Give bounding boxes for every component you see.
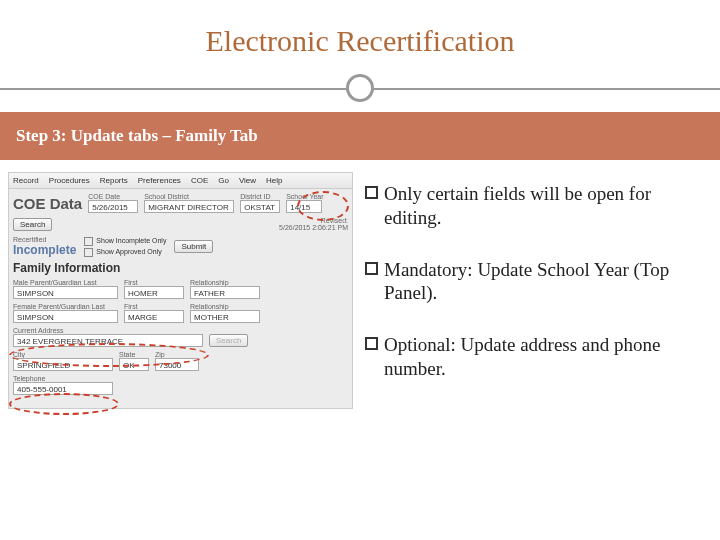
address-search-button: Search [209,334,248,347]
city-label: City [13,351,113,358]
family-info-title: Family Information [9,259,352,277]
revised-value: 5/26/2015 2:06:21 PM [279,224,348,231]
coe-data-label: COE Data [13,195,82,212]
male-rel-label: Relationship [190,279,260,286]
bullet-item: Optional: Update address and phone numbe… [365,333,708,381]
zip-field: 73000 [155,358,199,371]
coe-date-label: COE Date [88,193,138,200]
divider [0,74,720,104]
coe-header: COE Data COE Date 5/26/2015 School Distr… [9,189,352,215]
male-last-field: SIMPSON [13,286,118,299]
female-last-label: Female Parent/Guardian Last [13,303,118,310]
school-district-field: MIGRANT DIRECTOR [144,200,234,213]
male-first-field: HOMER [124,286,184,299]
square-bullet-icon [365,186,378,199]
menu-item: Help [266,176,282,185]
bullet-text: Only certain fields will be open for edi… [384,182,708,230]
menu-item: Reports [100,176,128,185]
bullet-list: Only certain fields will be open for edi… [361,172,712,409]
show-approved-checkbox: Show Approved Only [96,248,161,255]
show-incomplete-checkbox: Show Incomplete Only [96,237,166,244]
female-rel-field: MOTHER [190,310,260,323]
menu-item: COE [191,176,208,185]
menu-item: Record [13,176,39,185]
current-address-field: 342 EVERGREEN TERRACE [13,334,203,347]
recertified-label: Recertified [13,236,76,243]
divider-ring [346,74,374,102]
female-first-label: First [124,303,184,310]
female-rel-label: Relationship [190,303,260,310]
school-district-label: School District [144,193,234,200]
square-bullet-icon [365,337,378,350]
female-last-field: SIMPSON [13,310,118,323]
content-row: Record Procedures Reports Preferences CO… [0,160,720,421]
menu-item: Go [218,176,229,185]
female-first-field: MARGE [124,310,184,323]
district-id-field: OKSTAT [240,200,280,213]
bullet-item: Mandatory: Update School Year (Top Panel… [365,258,708,306]
incomplete-status: Incomplete [13,243,76,257]
telephone-field: 405-555-0001 [13,382,113,395]
telephone-label: Telephone [13,375,113,382]
district-id-label: District ID [240,193,280,200]
bullet-text: Mandatory: Update School Year (Top Panel… [384,258,708,306]
menu-bar: Record Procedures Reports Preferences CO… [9,173,352,189]
coe-date-field: 5/26/2015 [88,200,138,213]
step-header: Step 3: Update tabs – Family Tab [0,112,720,160]
menu-item: View [239,176,256,185]
current-address-label: Current Address [13,327,203,334]
menu-item: Procedures [49,176,90,185]
school-year-label: School Year [286,193,323,200]
square-bullet-icon [365,262,378,275]
male-rel-field: FATHER [190,286,260,299]
revised-label: Revised: [279,217,348,224]
bullet-text: Optional: Update address and phone numbe… [384,333,708,381]
state-field: OK [119,358,149,371]
search-button: Search [13,218,52,231]
zip-label: Zip [155,351,199,358]
male-last-label: Male Parent/Guardian Last [13,279,118,286]
school-year-field: 14/15 [286,200,322,213]
male-first-label: First [124,279,184,286]
app-screenshot: Record Procedures Reports Preferences CO… [8,172,353,409]
bullet-item: Only certain fields will be open for edi… [365,182,708,230]
submit-button: Submit [174,240,213,253]
slide-title: Electronic Recertification [0,0,720,74]
city-field: SPRINGFIELD [13,358,113,371]
menu-item: Preferences [138,176,181,185]
state-label: State [119,351,149,358]
